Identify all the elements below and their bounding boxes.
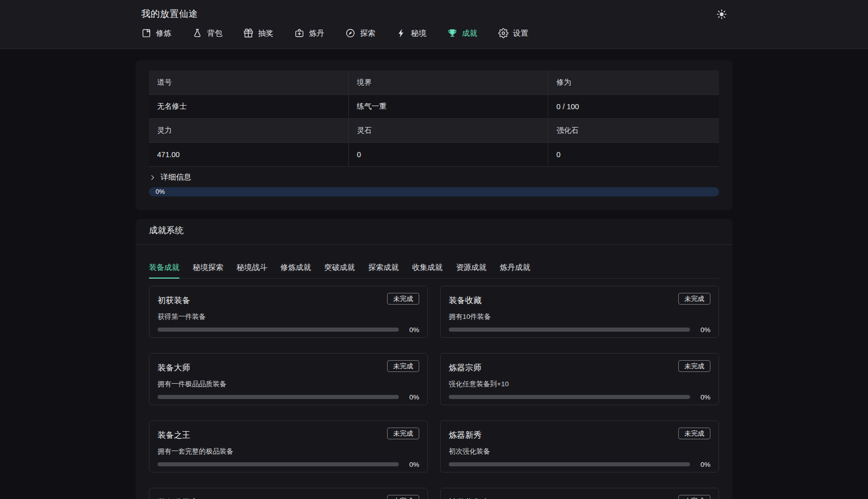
- achievement-card-description: 拥有10件装备: [449, 312, 710, 321]
- achievement-progress-label: 0%: [399, 461, 419, 468]
- achievement-status-badge: 未完成: [678, 495, 710, 499]
- nav-item[interactable]: 成就: [447, 28, 477, 38]
- stats-table: 道号 境界 修为 无名修士 练气一重 0 / 100 灵力 灵石 强化石: [149, 70, 719, 167]
- achievement-card: 装备鉴赏家 未完成: [149, 488, 428, 499]
- character-stats-panel: 道号 境界 修为 无名修士 练气一重 0 / 100 灵力 灵石 强化石: [136, 60, 732, 210]
- achievements-title: 成就系统: [149, 225, 719, 236]
- achievement-tab-label: 装备成就: [149, 263, 180, 271]
- achievement-status-badge: 未完成: [387, 293, 419, 305]
- achievement-card: 装备大师 未完成 拥有一件极品品质装备 0%: [149, 353, 428, 405]
- achievement-status-badge: 未完成: [678, 293, 710, 305]
- achievement-tab-label: 收集成就: [412, 263, 443, 271]
- achievement-progress-bar: 0%: [158, 461, 419, 468]
- achievement-card: 神装收集者 未完成: [440, 488, 719, 499]
- achievement-progress-label: 0%: [690, 461, 710, 468]
- nav-item[interactable]: 设置: [498, 28, 528, 38]
- achievement-tab[interactable]: 装备成就: [149, 263, 180, 278]
- stats-cell: 0: [348, 142, 548, 166]
- stats-table-row: 471.00 0 0: [149, 142, 719, 166]
- nav-item[interactable]: 抽奖: [243, 28, 273, 38]
- nav-item-label: 设置: [513, 29, 528, 38]
- stats-cell: 灵力: [149, 118, 348, 142]
- achievement-tab-label: 突破成就: [324, 263, 355, 271]
- nav-item-label: 修炼: [156, 29, 171, 38]
- achievement-card: 装备收藏 未完成 拥有10件装备 0%: [440, 286, 719, 338]
- medkit-icon: [294, 28, 304, 38]
- achievement-tab-label: 资源成就: [456, 263, 487, 271]
- nav-item-label: 秘境: [411, 29, 426, 38]
- nav-item-label: 探索: [360, 29, 375, 38]
- stats-cell: 修为: [548, 70, 719, 94]
- achievement-card-title: 装备之王: [158, 428, 190, 441]
- achievement-card-title: 炼器宗师: [449, 360, 481, 373]
- achievement-card: 装备之王 未完成 拥有一套完整的极品装备 0%: [149, 420, 428, 472]
- app-title: 我的放置仙途: [141, 8, 731, 20]
- cultivation-progress-bar: 0%: [149, 187, 719, 196]
- achievement-card-description: 拥有一件极品品质装备: [158, 380, 419, 389]
- gear-icon: [498, 28, 508, 38]
- achievement-tabs: 装备成就 秘境探索 秘境战斗 修炼成就 突破成就: [149, 245, 719, 279]
- stats-cell: 灵石: [348, 118, 548, 142]
- achievement-tab[interactable]: 收集成就: [412, 263, 443, 278]
- nav-item-label: 背包: [207, 29, 222, 38]
- bolt-icon: [396, 28, 406, 38]
- achievement-card: 初获装备 未完成 获得第一件装备 0%: [149, 286, 428, 338]
- achievements-panel: 成就系统 装备成就 秘境探索 秘境战斗: [136, 219, 732, 499]
- achievement-card-title: 装备鉴赏家: [158, 495, 198, 499]
- achievement-progress-bar: 0%: [449, 393, 710, 401]
- stats-table-row: 无名修士 练气一重 0 / 100: [149, 94, 719, 118]
- achievement-tab[interactable]: 探索成就: [368, 263, 399, 278]
- nav-item[interactable]: 炼丹: [294, 28, 324, 38]
- stats-cell: 无名修士: [149, 94, 348, 118]
- achievement-status-badge: 未完成: [387, 428, 419, 439]
- achievement-tab[interactable]: 秘境探索: [193, 263, 223, 278]
- stats-cell: 道号: [149, 70, 348, 94]
- achievement-progress-label: 0%: [399, 393, 419, 401]
- achievement-tab-label: 炼丹成就: [500, 263, 530, 271]
- details-expander[interactable]: 详细信息: [149, 171, 719, 184]
- achievement-status-badge: 未完成: [387, 360, 419, 372]
- cultivation-progress-label: 0%: [156, 188, 165, 195]
- achievement-card-description: 拥有一套完整的极品装备: [158, 447, 419, 456]
- achievement-card-description: 强化任意装备到+10: [449, 380, 710, 389]
- gift-icon: [243, 28, 253, 38]
- achievement-status-badge: 未完成: [678, 428, 710, 439]
- achievement-tab-label: 探索成就: [368, 263, 399, 271]
- trophy-icon: [447, 28, 457, 38]
- nav-item-label: 抽奖: [258, 29, 273, 38]
- nav-item[interactable]: 背包: [192, 28, 222, 38]
- achievement-card-description: 获得第一件装备: [158, 312, 419, 321]
- nav-item[interactable]: 秘境: [396, 28, 426, 38]
- achievement-progress-label: 0%: [399, 326, 419, 334]
- achievement-card-description: 初次强化装备: [449, 447, 710, 456]
- achievement-progress-bar: 0%: [158, 326, 419, 334]
- achievements-header: 成就系统: [136, 219, 732, 245]
- achievement-tab[interactable]: 资源成就: [456, 263, 487, 278]
- achievement-status-badge: 未完成: [678, 360, 710, 372]
- achievement-status-badge: 未完成: [387, 495, 419, 499]
- nav-item[interactable]: 探索: [345, 28, 375, 38]
- achievement-tab[interactable]: 炼丹成就: [500, 263, 530, 278]
- achievement-card-title: 初获装备: [158, 293, 190, 306]
- achievement-tab[interactable]: 秘境战斗: [237, 263, 267, 278]
- stats-table-row: 灵力 灵石 强化石: [149, 118, 719, 142]
- details-label: 详细信息: [161, 172, 191, 182]
- nav-item[interactable]: 修炼: [141, 28, 171, 38]
- app-header: 我的放置仙途 修炼 背包 抽奖: [0, 0, 868, 49]
- achievement-cards-grid: 初获装备 未完成 获得第一件装备 0% 装备收藏 未完成: [149, 286, 719, 499]
- achievement-card: 炼器新秀 未完成 初次强化装备 0%: [440, 420, 719, 472]
- stats-cell: 0: [548, 142, 719, 166]
- achievement-card-title: 装备大师: [158, 360, 190, 373]
- nav-item-label: 成就: [462, 29, 477, 38]
- achievement-card: 炼器宗师 未完成 强化任意装备到+10 0%: [440, 353, 719, 405]
- achievement-tab[interactable]: 修炼成就: [280, 263, 311, 278]
- theme-toggle-button[interactable]: [714, 7, 729, 21]
- book-icon: [141, 28, 151, 38]
- achievement-tab-label: 秘境探索: [193, 263, 223, 271]
- achievement-tab[interactable]: 突破成就: [324, 263, 355, 278]
- stats-cell: 练气一重: [348, 94, 548, 118]
- achievement-card-title: 装备收藏: [449, 293, 481, 306]
- chevron-right-icon: [149, 174, 156, 181]
- achievement-progress-bar: 0%: [449, 461, 710, 468]
- achievement-card-title: 神装收集者: [449, 495, 490, 499]
